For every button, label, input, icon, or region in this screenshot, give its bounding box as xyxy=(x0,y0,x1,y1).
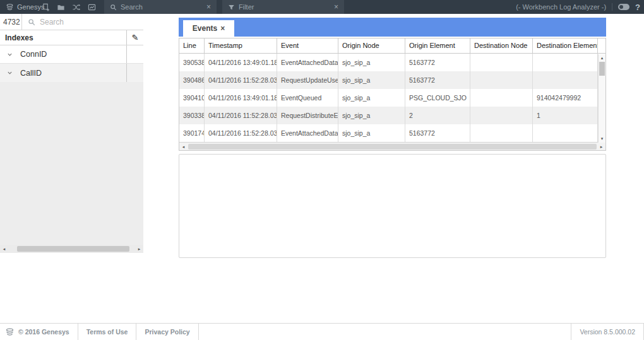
scroll-left-icon[interactable]: ◂ xyxy=(0,245,8,253)
scroll-down-icon[interactable]: ▾ xyxy=(599,136,605,142)
sidebar-item-connid[interactable]: ConnID xyxy=(0,45,143,64)
sidebar-horizontal-scrollbar[interactable]: ◂ ▸ xyxy=(0,245,143,253)
shuffle-icon[interactable] xyxy=(72,3,81,11)
table-cell: sjo_sip_a xyxy=(338,71,405,89)
scroll-right-icon[interactable]: ▸ xyxy=(597,143,605,151)
edit-pencil-icon[interactable]: ✎ xyxy=(126,30,143,45)
sidebar-item-callid[interactable]: CallID xyxy=(0,64,143,82)
sidebar: 4732 Indexes ✎ ConnID CallID xyxy=(0,14,143,253)
header-scrollbar-stub xyxy=(598,38,605,53)
tab-events-label: Events xyxy=(193,24,217,33)
sidebar-empty-area xyxy=(0,82,143,245)
table-cell: 04/11/2016 11:52:28.032 xyxy=(205,124,277,142)
sidebar-search-input[interactable] xyxy=(40,18,138,26)
folder-icon[interactable] xyxy=(57,3,65,11)
chevron-down-icon[interactable] xyxy=(7,52,13,57)
sidebar-item-gutter xyxy=(126,64,143,82)
help-icon[interactable]: ? xyxy=(635,3,641,12)
table-row[interactable]: 39033804/11/2016 11:52:28.032RequestDist… xyxy=(179,107,598,124)
table-cell xyxy=(533,124,598,142)
detail-panel-empty xyxy=(179,154,606,258)
table-cell: 390410 xyxy=(179,89,205,107)
table-cell xyxy=(533,54,598,71)
table-cell xyxy=(470,71,533,89)
tab-search-label: Search xyxy=(121,3,143,11)
scroll-right-icon[interactable]: ▸ xyxy=(135,245,143,253)
privacy-policy-link[interactable]: Privacy Policy xyxy=(136,324,198,340)
result-tabs-bar: Events × xyxy=(179,18,606,37)
filter-icon xyxy=(228,4,235,11)
table-cell: sjo_sip_a xyxy=(338,54,405,71)
toolbar xyxy=(42,0,111,14)
sidebar-search-row: 4732 xyxy=(0,14,143,30)
toggle-icon[interactable] xyxy=(618,4,629,10)
table-cell xyxy=(470,89,533,107)
new-item-icon[interactable] xyxy=(42,3,50,11)
column-header[interactable]: Destination Node xyxy=(470,38,533,53)
table-row[interactable]: 39041004/11/2016 13:49:01.183EventQueued… xyxy=(179,89,598,107)
table-cell: sjo_sip_a xyxy=(338,124,405,142)
scroll-left-icon[interactable]: ◂ xyxy=(179,143,188,151)
top-bar: Genesys xyxy=(0,0,644,14)
tab-filter[interactable]: Filter × xyxy=(222,0,344,14)
events-table-header-row: LineTimestampEventOrigin NodeOrigin Elem… xyxy=(179,38,605,54)
table-cell: EventQueued xyxy=(277,89,338,107)
tab-search[interactable]: Search × xyxy=(104,0,217,14)
table-horizontal-scrollbar[interactable]: ◂ ▸ xyxy=(179,142,605,150)
table-cell: PSG_CLOUD_SJO xyxy=(405,89,470,107)
main-panel: Events × LineTimestampEventOrigin NodeOr… xyxy=(179,18,606,258)
table-cell xyxy=(533,71,598,89)
sidebar-search-box[interactable] xyxy=(21,14,143,30)
table-cell: sjo_sip_a xyxy=(338,89,405,107)
events-table: LineTimestampEventOrigin NodeOrigin Elem… xyxy=(179,38,606,151)
table-cell xyxy=(470,54,533,71)
scrollbar-thumb[interactable] xyxy=(599,62,605,76)
chevron-down-icon[interactable] xyxy=(7,70,13,76)
table-cell: 04/11/2016 13:49:01.183 xyxy=(205,54,277,71)
tab-events[interactable]: Events × xyxy=(183,20,234,37)
table-cell: 390338 xyxy=(179,107,205,124)
column-header[interactable]: Origin Element xyxy=(405,38,470,53)
genesys-logo-icon xyxy=(5,327,15,337)
result-count: 4732 xyxy=(0,14,21,30)
tab-search-close-icon[interactable]: × xyxy=(206,3,211,11)
version-label: Version 8.5.000.02 xyxy=(571,324,644,340)
table-row[interactable]: 39053804/11/2016 13:49:01.183EventAttach… xyxy=(179,54,598,71)
tab-filter-close-icon[interactable]: × xyxy=(334,3,338,11)
table-cell: 390538 xyxy=(179,54,205,71)
table-cell: 390174 xyxy=(179,124,205,142)
table-cell: EventAttachedDataChan... xyxy=(277,124,338,142)
table-row[interactable]: 39048604/11/2016 11:52:28.032RequestUpda… xyxy=(179,71,598,89)
table-cell: RequestDistributeEvent xyxy=(277,107,338,124)
table-cell: 5163772 xyxy=(405,124,470,142)
table-row[interactable]: 39017404/11/2016 11:52:28.032EventAttach… xyxy=(179,124,598,142)
table-cell: 914042479992 xyxy=(533,89,598,107)
sidebar-item-label: ConnID xyxy=(20,50,47,59)
search-icon xyxy=(110,4,117,11)
table-cell: EventAttachedDataChan... xyxy=(277,54,338,71)
table-vertical-scrollbar[interactable]: ▴ ▾ xyxy=(598,54,605,143)
topbar-right: (- Workbench Log Analyzer -) ? xyxy=(516,0,644,14)
divider xyxy=(612,3,612,11)
footer-brand: © 2016 Genesys xyxy=(0,324,78,340)
footer-spacer xyxy=(199,324,571,340)
column-header[interactable]: Event xyxy=(277,38,338,53)
tab-filter-label: Filter xyxy=(239,3,254,11)
column-header[interactable]: Origin Node xyxy=(338,38,405,53)
indexes-header: Indexes ✎ xyxy=(0,30,143,45)
copyright-text: © 2016 Genesys xyxy=(18,328,69,336)
table-cell: 390486 xyxy=(179,71,205,89)
tab-events-close-icon[interactable]: × xyxy=(220,24,225,33)
sidebar-item-gutter xyxy=(126,45,143,63)
table-cell xyxy=(470,107,533,124)
scroll-up-icon[interactable]: ▴ xyxy=(599,55,605,61)
indexes-title: Indexes xyxy=(0,30,126,45)
genesys-logo-icon xyxy=(6,3,14,11)
column-header[interactable]: Destination Element xyxy=(533,38,598,53)
scrollbar-thumb[interactable] xyxy=(188,144,597,149)
column-header[interactable]: Line xyxy=(179,38,205,53)
chart-icon[interactable] xyxy=(88,3,96,11)
column-header[interactable]: Timestamp xyxy=(205,38,277,53)
terms-of-use-link[interactable]: Terms of Use xyxy=(78,324,137,340)
scrollbar-thumb[interactable] xyxy=(17,246,129,252)
